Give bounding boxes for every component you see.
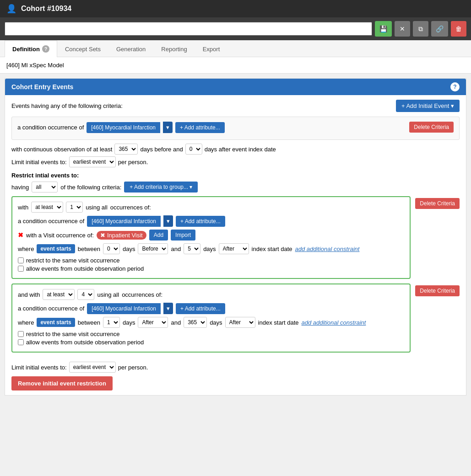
remove-initial-event-button[interactable]: Remove initial event restriction bbox=[11, 376, 113, 390]
group1-check2-row: allow events from outside observation pe… bbox=[18, 265, 404, 272]
tab-concept-sets[interactable]: Concept Sets bbox=[57, 40, 108, 57]
group1-visit-prefix: with a Visit occurrence of: bbox=[26, 232, 94, 239]
obs-days1-select[interactable]: 365 bbox=[114, 144, 138, 155]
observation-row: with continuous observation of at least … bbox=[11, 144, 460, 155]
group1-concept-prefix: a condition occurrence of bbox=[18, 218, 84, 225]
tab-concept-sets-label: Concept Sets bbox=[65, 46, 101, 53]
bottom-limit-suffix: per person. bbox=[118, 364, 148, 371]
group1-add-constraint-link[interactable]: add additional constraint bbox=[295, 246, 359, 252]
group1-header-row: with at least at most exactly 1 2 3 4 bbox=[18, 202, 404, 213]
save-button[interactable]: 💾 bbox=[375, 21, 392, 37]
breadcrumb: [460] MI xSpec Model bbox=[0, 57, 471, 74]
main-content: Cohort Entry Events ? Events having any … bbox=[0, 74, 471, 405]
group2-add-attr-button[interactable]: + Add attribute... bbox=[176, 303, 225, 314]
group1-check1[interactable] bbox=[18, 257, 24, 263]
group2-check1[interactable] bbox=[18, 331, 24, 337]
group1-concept-button[interactable]: [460] Myocardial Infarction bbox=[87, 216, 161, 227]
group2-concept-dropdown[interactable]: ▾ bbox=[163, 303, 173, 314]
add-initial-event-button[interactable]: + Add Initial Event ▾ bbox=[396, 100, 460, 112]
group1-concept-dropdown[interactable]: ▾ bbox=[163, 215, 173, 227]
obs-days2-select[interactable]: 0 bbox=[185, 144, 202, 155]
group1-check1-row: restrict to the same visit occurrence bbox=[18, 257, 404, 264]
group1-using: using all bbox=[86, 204, 108, 211]
bottom-limit-prefix: Limit initial events to: bbox=[11, 364, 67, 371]
tab-generation[interactable]: Generation bbox=[108, 40, 153, 57]
delete-criteria-button[interactable]: Delete Criteria bbox=[409, 122, 454, 133]
bottom-limit-select[interactable]: earliest event latest event all events bbox=[69, 362, 116, 373]
group1-direction-after-select[interactable]: After Before bbox=[219, 243, 249, 254]
tab-export[interactable]: Export bbox=[195, 40, 228, 57]
group1-qualifier-select[interactable]: at least at most exactly bbox=[31, 202, 63, 213]
having-prefix: having bbox=[11, 184, 29, 191]
group2-check2[interactable] bbox=[18, 339, 24, 345]
obs-unit2: days after event index date bbox=[205, 146, 276, 153]
group2-check1-row: restrict to the same visit occurrence bbox=[18, 331, 404, 337]
group1-between: between bbox=[78, 246, 100, 252]
limit-row: Limit initial events to: earliest event … bbox=[11, 156, 460, 167]
group2-header-row: and with at least at most exactly 1 2 3 … bbox=[18, 289, 404, 300]
criteria-group-1-row: with at least at most exactly 1 2 3 4 bbox=[11, 196, 460, 283]
group2-direction-after-select[interactable]: After Before bbox=[225, 317, 255, 328]
bottom-limit-row: Limit initial events to: earliest event … bbox=[11, 362, 460, 373]
group1-check2[interactable] bbox=[18, 266, 24, 272]
group1-days-after-select[interactable]: 5 bbox=[184, 243, 200, 254]
copy-button[interactable]: ⧉ bbox=[413, 21, 428, 37]
group2-count-select[interactable]: 1 2 3 4 5 bbox=[77, 289, 94, 300]
criterion-main-row: a condition occurrence of [460] Myocardi… bbox=[17, 122, 405, 133]
group2-days-before-select[interactable]: 1 bbox=[103, 317, 120, 328]
concept-dropdown-button[interactable]: ▾ bbox=[163, 122, 173, 133]
group1-prefix: with bbox=[18, 204, 28, 211]
having-select[interactable]: all any none bbox=[32, 182, 58, 193]
group1-count-select[interactable]: 1 2 3 4 5 bbox=[66, 202, 83, 213]
criterion-body: a condition occurrence of [460] Myocardi… bbox=[17, 122, 405, 135]
group2-where-prefix: where bbox=[18, 319, 34, 326]
help-icon[interactable]: ? bbox=[450, 82, 460, 91]
group2-check1-label: restrict to the same visit occurrence bbox=[26, 331, 119, 337]
add-criteria-group-button[interactable]: + Add criteria to group... ▾ bbox=[124, 182, 198, 193]
tab-export-label: Export bbox=[203, 46, 220, 53]
cohort-entry-events-box: Cohort Entry Events ? Events having any … bbox=[5, 78, 466, 396]
delete-button[interactable]: 🗑 bbox=[451, 21, 466, 37]
tab-reporting[interactable]: Reporting bbox=[153, 40, 195, 57]
limit-select[interactable]: earliest event latest event all events bbox=[69, 156, 116, 167]
group2-delete-button[interactable]: Delete Criteria bbox=[415, 285, 460, 296]
group2-concept-prefix: a condition occurrence of bbox=[18, 305, 84, 312]
group2-add-constraint-link[interactable]: add additional constraint bbox=[301, 319, 366, 326]
link-button[interactable]: 🔗 bbox=[431, 21, 448, 37]
limit-suffix: per person. bbox=[118, 159, 148, 166]
group2-days-after-select[interactable]: 365 bbox=[184, 317, 207, 328]
tab-definition-label: Definition bbox=[12, 46, 40, 53]
group1-import-visit-button[interactable]: Import bbox=[171, 230, 195, 241]
group2-check2-label: allow events from outside observation pe… bbox=[26, 339, 144, 346]
group2-where-row: where event starts between 1 days After … bbox=[18, 317, 404, 328]
group1-condition-row: a condition occurrence of [460] Myocardi… bbox=[18, 215, 404, 227]
close-button[interactable]: ✕ bbox=[395, 21, 410, 37]
concept-button[interactable]: [460] Myocardial Infarction bbox=[87, 122, 160, 133]
group1-check1-label: restrict to the same visit occurrence bbox=[26, 257, 119, 264]
group1-delete-button[interactable]: Delete Criteria bbox=[415, 198, 460, 209]
group2-check2-row: allow events from outside observation pe… bbox=[18, 339, 404, 346]
group1-remove-icon[interactable]: ✖ bbox=[18, 231, 23, 239]
group2-direction-before-select[interactable]: After Before bbox=[138, 317, 168, 328]
group2-qualifier-select[interactable]: at least at most exactly bbox=[43, 289, 75, 300]
criterion-card: a condition occurrence of [460] Myocardi… bbox=[11, 117, 460, 140]
group1-add-attr-button[interactable]: + Add attribute... bbox=[176, 216, 225, 227]
criteria-group-2: and with at least at most exactly 1 2 3 … bbox=[11, 283, 411, 353]
having-suffix: of the following criteria: bbox=[60, 184, 121, 191]
tab-generation-label: Generation bbox=[116, 46, 146, 53]
group1-add-visit-button[interactable]: Add bbox=[149, 230, 168, 241]
criteria-group-1: with at least at most exactly 1 2 3 4 bbox=[11, 196, 411, 279]
group1-direction-before-select[interactable]: Before After bbox=[138, 243, 168, 254]
help-icon-tab[interactable]: ? bbox=[42, 45, 49, 53]
cohort-name-input[interactable]: MI xSpec Cohort bbox=[5, 22, 372, 36]
visit-x-icon[interactable]: ✖ bbox=[100, 232, 105, 239]
tab-definition[interactable]: Definition ? bbox=[5, 40, 57, 57]
having-row: having all any none of the following cri… bbox=[11, 182, 460, 193]
add-attribute-button[interactable]: + Add attribute... bbox=[175, 122, 225, 133]
group2-occurrences: occurrences of: bbox=[122, 291, 162, 298]
group2-event-badge: event starts bbox=[37, 318, 75, 327]
section-header: Cohort Entry Events ? bbox=[5, 79, 466, 95]
group2-concept-button[interactable]: [460] Myocardial Infarction bbox=[87, 303, 161, 314]
add-initial-event-label: + Add Initial Event ▾ bbox=[401, 102, 454, 109]
group1-days-before-select[interactable]: 0 bbox=[103, 243, 120, 254]
